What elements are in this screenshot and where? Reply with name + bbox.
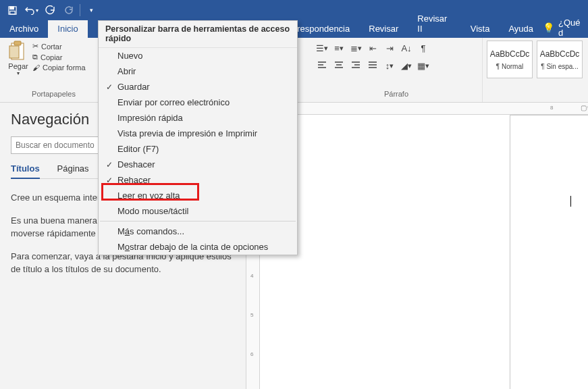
shading-icon[interactable]: ◢ ▾ — [399, 58, 414, 73]
menu-item-label: Editor (F7) — [117, 144, 159, 154]
sort-icon[interactable]: A↓ — [399, 41, 414, 55]
tell-me[interactable]: 💡 ¿Qué d — [543, 18, 588, 38]
tab-revisar[interactable]: Revisar — [359, 20, 408, 38]
copy-button[interactable]: ⧉Copiar — [32, 53, 86, 61]
borders-icon[interactable]: ▦ ▾ — [416, 58, 431, 73]
align-right-icon[interactable] — [348, 58, 363, 73]
menu-item-6[interactable]: Editor (F7) — [99, 141, 297, 157]
indent-icon[interactable]: ⇥ — [382, 41, 397, 55]
save-icon[interactable] — [3, 1, 22, 19]
check-icon: ✓ — [101, 82, 117, 92]
style-sample: AaBbCcDc — [540, 49, 580, 59]
numbering-icon[interactable]: ≡ ▾ — [331, 41, 346, 55]
menu-item-8[interactable]: ✓Rehacer — [99, 172, 297, 188]
svg-rect-5 — [9, 46, 19, 58]
menu-item-10[interactable]: Modo mouse/táctil — [99, 203, 297, 219]
group-paragraph: Párrafo — [311, 90, 482, 102]
bullets-icon[interactable]: ☰ ▾ — [315, 41, 329, 55]
undo-icon[interactable]: ▾ — [22, 1, 41, 19]
align-center-icon[interactable] — [331, 58, 346, 73]
style-normal-label: ¶ Normal — [496, 63, 523, 70]
tab-archivo[interactable]: Archivo — [0, 20, 48, 38]
menu-item-2[interactable]: ✓Guardar — [99, 79, 297, 95]
tab-ayuda[interactable]: Ayuda — [499, 20, 543, 38]
style-normal[interactable]: AaBbCcDc ¶ Normal — [487, 41, 533, 78]
menu-item-label: Rehacer — [117, 175, 151, 185]
copy-icon: ⧉ — [32, 53, 38, 61]
svg-rect-4 — [14, 41, 21, 45]
scissors-icon: ✂ — [32, 42, 38, 51]
pilcrow-icon[interactable]: ¶ — [416, 41, 431, 55]
qat-separator — [80, 4, 80, 16]
tab-revisar-ii[interactable]: Revisar II — [408, 10, 460, 38]
cut-label: Cortar — [41, 43, 62, 51]
cut-button[interactable]: ✂Cortar — [32, 42, 86, 51]
outdent-icon[interactable]: ⇤ — [365, 41, 380, 55]
format-painter-button[interactable]: 🖌Copiar forma — [32, 63, 86, 72]
multilevel-icon[interactable]: ≣ ▾ — [348, 41, 363, 55]
align-left-icon[interactable] — [315, 58, 329, 73]
tell-me-label: ¿Qué d — [558, 18, 584, 38]
title-bar: ▾ ▾ — [0, 0, 588, 20]
group-clipboard: Portapapeles — [0, 90, 107, 102]
redo-icon[interactable] — [41, 1, 59, 19]
ruler-toggle-icon[interactable]: ▢ — [581, 104, 587, 111]
justify-icon[interactable] — [365, 58, 380, 73]
style-sample: AaBbCcDc — [490, 49, 530, 59]
menu-item-9[interactable]: Leer en voz alta — [99, 188, 297, 203]
bulb-icon: 💡 — [543, 22, 554, 33]
menu-item-3[interactable]: Enviar por correo electrónico — [99, 95, 297, 110]
menu-item-4[interactable]: Impresión rápida — [99, 110, 297, 126]
tab-vista[interactable]: Vista — [461, 20, 500, 38]
style-nospacing-label: ¶ Sin espa... — [541, 63, 578, 70]
refresh-icon[interactable] — [59, 1, 78, 19]
tab-inicio[interactable]: Inicio — [48, 20, 87, 38]
format-label: Copiar forma — [43, 63, 86, 72]
menu-item-label: Modo mouse/táctil — [117, 206, 189, 216]
menu-item-label: Enviar por correo electrónico — [117, 97, 230, 107]
paste-button[interactable]: Pegar ▾ — [4, 41, 32, 87]
menu-item-label: Impresión rápida — [117, 113, 183, 123]
brush-icon: 🖌 — [32, 63, 40, 72]
svg-rect-2 — [9, 11, 15, 14]
menu-item-5[interactable]: Vista previa de impresión e Imprimir — [99, 126, 297, 141]
page[interactable] — [510, 115, 588, 389]
qat-customize-icon[interactable]: ▾ — [82, 1, 101, 19]
check-icon: ✓ — [101, 176, 117, 185]
menu-show-below[interactable]: Mostrar debajo de la cinta de opciones — [99, 239, 297, 255]
menu-item-7[interactable]: ✓Deshacer — [99, 157, 297, 172]
nav-tab-paginas[interactable]: Páginas — [57, 163, 89, 178]
menu-item-label: Abrir — [117, 66, 136, 76]
dropdown-title: Personalizar barra de herramientas de ac… — [99, 21, 297, 48]
menu-item-label: Guardar — [117, 82, 150, 92]
nav-tab-titulos[interactable]: Títulos — [11, 163, 40, 179]
menu-item-0[interactable]: Nuevo — [99, 48, 297, 63]
check-icon: ✓ — [101, 160, 117, 170]
paste-label: Pegar — [8, 62, 28, 70]
menu-item-label: Vista previa de impresión e Imprimir — [117, 128, 257, 138]
menu-separator — [100, 221, 296, 222]
menu-item-label: Leer en voz alta — [117, 190, 180, 201]
text-cursor — [570, 196, 571, 207]
menu-item-label: Deshacer — [117, 159, 155, 170]
copy-label: Copiar — [41, 53, 62, 61]
line-spacing-icon[interactable]: ↕ ▾ — [382, 58, 397, 73]
qat-customize-menu: Personalizar barra de herramientas de ac… — [98, 20, 298, 255]
menu-more-commands[interactable]: Más comandos... — [99, 224, 297, 239]
menu-item-label: Nuevo — [117, 51, 143, 61]
menu-item-1[interactable]: Abrir — [99, 63, 297, 79]
style-nospacing[interactable]: AaBbCcDc ¶ Sin espa... — [537, 41, 583, 78]
svg-rect-1 — [9, 6, 14, 9]
